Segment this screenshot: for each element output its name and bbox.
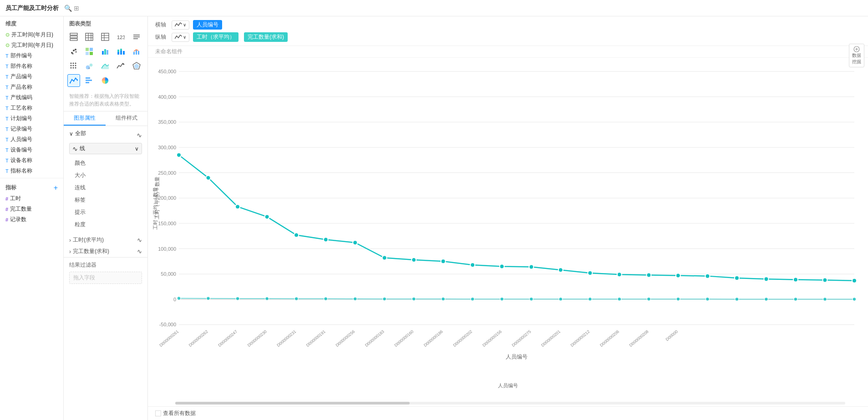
right-panel: 横轴 ∨ 人员编号 纵轴 ∨ 工时（求平均） 完工数量(求和) bbox=[148, 16, 868, 420]
label-label: 标签 bbox=[75, 196, 86, 204]
dim-person-code[interactable]: T 人员编号 bbox=[0, 134, 63, 145]
svg-point-109 bbox=[382, 256, 387, 260]
dim-indicator-name[interactable]: T 指标名称 bbox=[0, 166, 63, 176]
dim-product-code[interactable]: T 产品编号 bbox=[0, 71, 63, 82]
svg-point-38 bbox=[75, 63, 76, 64]
filter-input[interactable]: 拖入字段 bbox=[69, 272, 142, 284]
dim-label-device-code: 设备编号 bbox=[10, 146, 32, 154]
chart-svg: 450,000400,000350,000300,000250,000200,0… bbox=[152, 62, 863, 361]
chart-type-bar-line[interactable] bbox=[130, 45, 143, 58]
chart-type-table3[interactable] bbox=[99, 30, 112, 43]
all-group-toggle[interactable]: ∨ 全部 bbox=[69, 130, 86, 137]
dim-part-name[interactable]: T 部件名称 bbox=[0, 61, 63, 71]
dim-label-process-name: 工艺名称 bbox=[10, 104, 32, 112]
measure-complete-qty[interactable]: # 完工数量 bbox=[0, 204, 63, 214]
measure-record-count[interactable]: # 记录数 bbox=[0, 214, 63, 225]
chart-container: 450,000400,000350,000300,000250,000200,0… bbox=[148, 58, 868, 402]
svg-text:200,000: 200,000 bbox=[158, 195, 176, 201]
measure-work-hours[interactable]: # 工时 bbox=[0, 193, 63, 204]
svg-rect-31 bbox=[120, 49, 122, 51]
dim-record-code[interactable]: T 记录编号 bbox=[0, 124, 63, 134]
grid-icon[interactable]: ⊞ bbox=[74, 5, 79, 12]
series-complete-qty-label: 完工数量(求和) bbox=[73, 248, 109, 255]
svg-rect-26 bbox=[104, 49, 106, 55]
chart-type-flow[interactable] bbox=[114, 60, 127, 72]
dim-label-line-code: 产线编码 bbox=[10, 94, 32, 101]
x-axis-type-button[interactable]: ∨ bbox=[172, 20, 189, 30]
chart-type-area[interactable] bbox=[99, 60, 112, 72]
svg-point-135 bbox=[442, 297, 445, 301]
chart-type-bar-h[interactable] bbox=[83, 74, 96, 87]
svg-point-128 bbox=[236, 297, 239, 300]
chart-type-bubble[interactable] bbox=[83, 60, 96, 72]
line-icon-series1: ∿ bbox=[137, 237, 142, 243]
y-axis-label: 纵轴 bbox=[155, 33, 168, 41]
scrollbar-thumb[interactable] bbox=[175, 402, 410, 405]
y-axis-tag-workhours[interactable]: 工时（求平均） bbox=[193, 32, 239, 42]
chart-type-pie[interactable] bbox=[99, 74, 112, 87]
svg-point-111 bbox=[441, 259, 446, 263]
svg-point-143 bbox=[676, 297, 680, 301]
measures-header: 指标 + bbox=[0, 180, 63, 193]
chart-type-number[interactable]: 123 bbox=[114, 30, 127, 43]
measure-label-record-count: 记录数 bbox=[10, 216, 26, 223]
chart-type-table2[interactable] bbox=[83, 30, 96, 43]
chart-type-table1[interactable] bbox=[67, 30, 80, 43]
view-all-data-checkbox[interactable]: 查看所有数据 bbox=[155, 410, 196, 417]
series-complete-qty-toggle[interactable]: › 完工数量(求和) bbox=[69, 248, 109, 255]
dim-product-name[interactable]: T 产品名称 bbox=[0, 82, 63, 92]
svg-text:400,000: 400,000 bbox=[158, 94, 176, 100]
chart-type-radar[interactable] bbox=[130, 60, 143, 72]
dim-process-name[interactable]: T 工艺名称 bbox=[0, 103, 63, 113]
svg-text:D000000275: D000000275 bbox=[511, 329, 532, 348]
dim-device-code[interactable]: T 设备编号 bbox=[0, 145, 63, 155]
svg-point-119 bbox=[676, 273, 680, 278]
dim-device-name[interactable]: T 设备名称 bbox=[0, 155, 63, 166]
y-axis-type-button[interactable]: ∨ bbox=[172, 33, 189, 42]
svg-marker-48 bbox=[102, 64, 109, 69]
chart-type-bar-group[interactable] bbox=[99, 45, 112, 58]
tab-graph-properties[interactable]: 图形属性 bbox=[64, 111, 106, 126]
data-mining-button[interactable]: 数据 挖掘 bbox=[849, 44, 864, 67]
dim-open-time[interactable]: ⊙ 开工时间(年月日) bbox=[0, 30, 63, 40]
connect-label: 连线 bbox=[75, 184, 86, 192]
svg-rect-1 bbox=[70, 36, 77, 38]
x-axis-tag[interactable]: 人员编号 bbox=[193, 20, 222, 30]
svg-point-130 bbox=[294, 297, 298, 300]
chart-type-heatmap[interactable] bbox=[83, 45, 96, 58]
series-work-hours-toggle[interactable]: › 工时(求平均) bbox=[69, 236, 104, 244]
tab-bar: 图形属性 组件样式 bbox=[64, 111, 147, 126]
line-type-icon: ∿ bbox=[72, 145, 78, 152]
measure-label-complete-qty: 完工数量 bbox=[10, 205, 32, 213]
tab-component-style[interactable]: 组件样式 bbox=[106, 111, 147, 126]
chart-type-line[interactable] bbox=[67, 74, 80, 87]
chart-type-dot-matrix[interactable] bbox=[67, 60, 80, 72]
svg-text:D000000201: D000000201 bbox=[540, 329, 561, 348]
add-measure-button[interactable]: + bbox=[54, 184, 58, 192]
y-axis-tag-complete[interactable]: 完工数量(求和) bbox=[244, 32, 288, 42]
svg-rect-34 bbox=[136, 50, 137, 55]
chart-type-bar-stack[interactable] bbox=[114, 45, 127, 58]
hash-icon-1: # bbox=[5, 196, 8, 202]
chart-type-text[interactable] bbox=[130, 30, 143, 43]
dim-line-code[interactable]: T 产线编码 bbox=[0, 92, 63, 103]
svg-text:D00000: D00000 bbox=[665, 329, 679, 342]
middle-panel: 图表类型 123 bbox=[64, 16, 148, 420]
svg-text:100,000: 100,000 bbox=[158, 246, 176, 252]
svg-point-123 bbox=[793, 277, 798, 282]
line-type-selector[interactable]: ∿ 线 ∨ bbox=[69, 143, 142, 154]
chart-scrollbar-area[interactable] bbox=[148, 402, 868, 406]
line-type-label: 线 bbox=[80, 145, 85, 152]
chart-type-scatter[interactable] bbox=[67, 45, 80, 58]
svg-rect-33 bbox=[133, 52, 135, 55]
x-axis-title: 人员编号 bbox=[498, 382, 518, 389]
chevron-down-icon-x: ∨ bbox=[183, 22, 186, 27]
data-mining-label: 数据 bbox=[852, 52, 861, 59]
prop-color: 颜色 bbox=[69, 157, 142, 169]
text-icon-10: T bbox=[5, 147, 9, 153]
dim-part-code[interactable]: T 部件编号 bbox=[0, 51, 63, 61]
dim-plan-code[interactable]: T 计划编号 bbox=[0, 113, 63, 124]
checkbox-box[interactable] bbox=[155, 410, 161, 416]
search-icon[interactable]: 🔍 bbox=[64, 5, 72, 12]
dim-close-time[interactable]: ⊙ 完工时间(年月日) bbox=[0, 40, 63, 51]
